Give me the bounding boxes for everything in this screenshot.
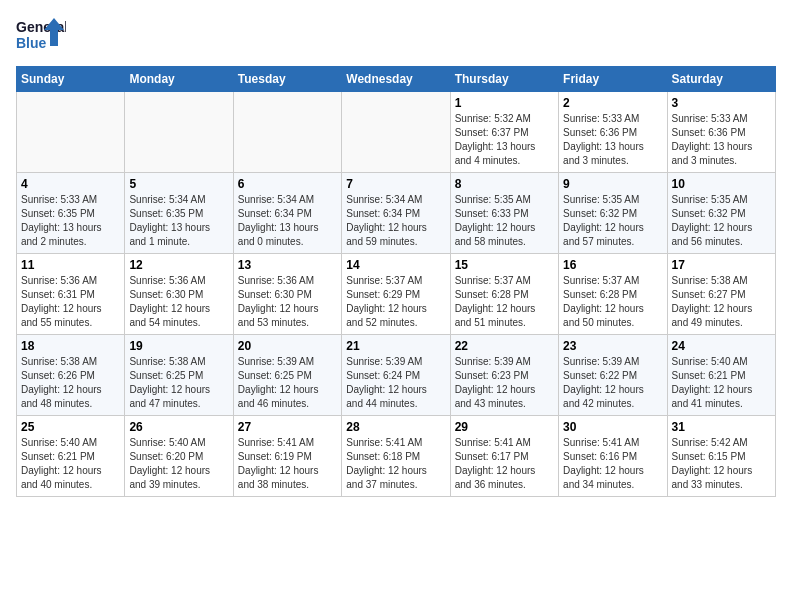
day-number: 30 — [563, 420, 662, 434]
day-number: 7 — [346, 177, 445, 191]
calendar-cell: 13Sunrise: 5:36 AM Sunset: 6:30 PM Dayli… — [233, 254, 341, 335]
day-info: Sunrise: 5:36 AM Sunset: 6:30 PM Dayligh… — [129, 274, 228, 330]
day-number: 3 — [672, 96, 771, 110]
day-number: 31 — [672, 420, 771, 434]
day-info: Sunrise: 5:41 AM Sunset: 6:18 PM Dayligh… — [346, 436, 445, 492]
calendar-cell: 8Sunrise: 5:35 AM Sunset: 6:33 PM Daylig… — [450, 173, 558, 254]
calendar-cell: 4Sunrise: 5:33 AM Sunset: 6:35 PM Daylig… — [17, 173, 125, 254]
day-header-wednesday: Wednesday — [342, 67, 450, 92]
day-info: Sunrise: 5:40 AM Sunset: 6:20 PM Dayligh… — [129, 436, 228, 492]
day-header-thursday: Thursday — [450, 67, 558, 92]
calendar-cell — [17, 92, 125, 173]
day-number: 28 — [346, 420, 445, 434]
calendar-cell: 18Sunrise: 5:38 AM Sunset: 6:26 PM Dayli… — [17, 335, 125, 416]
day-info: Sunrise: 5:35 AM Sunset: 6:32 PM Dayligh… — [672, 193, 771, 249]
calendar-cell: 29Sunrise: 5:41 AM Sunset: 6:17 PM Dayli… — [450, 416, 558, 497]
calendar-cell: 17Sunrise: 5:38 AM Sunset: 6:27 PM Dayli… — [667, 254, 775, 335]
day-number: 17 — [672, 258, 771, 272]
calendar-week-5: 25Sunrise: 5:40 AM Sunset: 6:21 PM Dayli… — [17, 416, 776, 497]
calendar-cell: 28Sunrise: 5:41 AM Sunset: 6:18 PM Dayli… — [342, 416, 450, 497]
day-number: 5 — [129, 177, 228, 191]
calendar-cell: 19Sunrise: 5:38 AM Sunset: 6:25 PM Dayli… — [125, 335, 233, 416]
calendar-cell: 11Sunrise: 5:36 AM Sunset: 6:31 PM Dayli… — [17, 254, 125, 335]
day-number: 19 — [129, 339, 228, 353]
day-number: 12 — [129, 258, 228, 272]
calendar-cell: 10Sunrise: 5:35 AM Sunset: 6:32 PM Dayli… — [667, 173, 775, 254]
day-number: 24 — [672, 339, 771, 353]
calendar-cell: 21Sunrise: 5:39 AM Sunset: 6:24 PM Dayli… — [342, 335, 450, 416]
day-info: Sunrise: 5:38 AM Sunset: 6:27 PM Dayligh… — [672, 274, 771, 330]
day-info: Sunrise: 5:38 AM Sunset: 6:25 PM Dayligh… — [129, 355, 228, 411]
day-info: Sunrise: 5:39 AM Sunset: 6:22 PM Dayligh… — [563, 355, 662, 411]
day-number: 22 — [455, 339, 554, 353]
day-info: Sunrise: 5:34 AM Sunset: 6:34 PM Dayligh… — [238, 193, 337, 249]
day-number: 13 — [238, 258, 337, 272]
calendar-cell — [125, 92, 233, 173]
day-info: Sunrise: 5:34 AM Sunset: 6:35 PM Dayligh… — [129, 193, 228, 249]
day-info: Sunrise: 5:34 AM Sunset: 6:34 PM Dayligh… — [346, 193, 445, 249]
calendar-cell: 5Sunrise: 5:34 AM Sunset: 6:35 PM Daylig… — [125, 173, 233, 254]
logo-svg: General Blue — [16, 16, 66, 58]
day-number: 4 — [21, 177, 120, 191]
calendar-cell: 6Sunrise: 5:34 AM Sunset: 6:34 PM Daylig… — [233, 173, 341, 254]
day-header-monday: Monday — [125, 67, 233, 92]
svg-text:Blue: Blue — [16, 35, 47, 51]
day-number: 11 — [21, 258, 120, 272]
day-header-tuesday: Tuesday — [233, 67, 341, 92]
day-header-saturday: Saturday — [667, 67, 775, 92]
day-info: Sunrise: 5:37 AM Sunset: 6:29 PM Dayligh… — [346, 274, 445, 330]
day-header-friday: Friday — [559, 67, 667, 92]
day-number: 9 — [563, 177, 662, 191]
day-info: Sunrise: 5:33 AM Sunset: 6:35 PM Dayligh… — [21, 193, 120, 249]
calendar-table: SundayMondayTuesdayWednesdayThursdayFrid… — [16, 66, 776, 497]
calendar-cell: 3Sunrise: 5:33 AM Sunset: 6:36 PM Daylig… — [667, 92, 775, 173]
day-number: 14 — [346, 258, 445, 272]
day-number: 2 — [563, 96, 662, 110]
calendar-cell: 7Sunrise: 5:34 AM Sunset: 6:34 PM Daylig… — [342, 173, 450, 254]
page-header: General Blue — [16, 16, 776, 58]
calendar-week-4: 18Sunrise: 5:38 AM Sunset: 6:26 PM Dayli… — [17, 335, 776, 416]
calendar-cell: 16Sunrise: 5:37 AM Sunset: 6:28 PM Dayli… — [559, 254, 667, 335]
calendar-cell: 1Sunrise: 5:32 AM Sunset: 6:37 PM Daylig… — [450, 92, 558, 173]
calendar-cell: 20Sunrise: 5:39 AM Sunset: 6:25 PM Dayli… — [233, 335, 341, 416]
calendar-header-row: SundayMondayTuesdayWednesdayThursdayFrid… — [17, 67, 776, 92]
day-number: 1 — [455, 96, 554, 110]
calendar-cell: 31Sunrise: 5:42 AM Sunset: 6:15 PM Dayli… — [667, 416, 775, 497]
day-info: Sunrise: 5:36 AM Sunset: 6:30 PM Dayligh… — [238, 274, 337, 330]
day-number: 20 — [238, 339, 337, 353]
day-info: Sunrise: 5:39 AM Sunset: 6:23 PM Dayligh… — [455, 355, 554, 411]
calendar-week-2: 4Sunrise: 5:33 AM Sunset: 6:35 PM Daylig… — [17, 173, 776, 254]
calendar-cell: 2Sunrise: 5:33 AM Sunset: 6:36 PM Daylig… — [559, 92, 667, 173]
day-number: 27 — [238, 420, 337, 434]
day-info: Sunrise: 5:42 AM Sunset: 6:15 PM Dayligh… — [672, 436, 771, 492]
day-number: 26 — [129, 420, 228, 434]
day-number: 21 — [346, 339, 445, 353]
day-info: Sunrise: 5:37 AM Sunset: 6:28 PM Dayligh… — [563, 274, 662, 330]
day-number: 29 — [455, 420, 554, 434]
calendar-cell: 25Sunrise: 5:40 AM Sunset: 6:21 PM Dayli… — [17, 416, 125, 497]
day-info: Sunrise: 5:36 AM Sunset: 6:31 PM Dayligh… — [21, 274, 120, 330]
calendar-cell — [342, 92, 450, 173]
day-number: 15 — [455, 258, 554, 272]
day-number: 6 — [238, 177, 337, 191]
day-number: 25 — [21, 420, 120, 434]
day-info: Sunrise: 5:33 AM Sunset: 6:36 PM Dayligh… — [672, 112, 771, 168]
calendar-cell: 14Sunrise: 5:37 AM Sunset: 6:29 PM Dayli… — [342, 254, 450, 335]
day-info: Sunrise: 5:32 AM Sunset: 6:37 PM Dayligh… — [455, 112, 554, 168]
calendar-cell: 23Sunrise: 5:39 AM Sunset: 6:22 PM Dayli… — [559, 335, 667, 416]
calendar-week-3: 11Sunrise: 5:36 AM Sunset: 6:31 PM Dayli… — [17, 254, 776, 335]
day-info: Sunrise: 5:41 AM Sunset: 6:16 PM Dayligh… — [563, 436, 662, 492]
day-header-sunday: Sunday — [17, 67, 125, 92]
day-info: Sunrise: 5:40 AM Sunset: 6:21 PM Dayligh… — [672, 355, 771, 411]
calendar-cell: 12Sunrise: 5:36 AM Sunset: 6:30 PM Dayli… — [125, 254, 233, 335]
day-info: Sunrise: 5:37 AM Sunset: 6:28 PM Dayligh… — [455, 274, 554, 330]
day-info: Sunrise: 5:35 AM Sunset: 6:32 PM Dayligh… — [563, 193, 662, 249]
day-info: Sunrise: 5:41 AM Sunset: 6:19 PM Dayligh… — [238, 436, 337, 492]
day-info: Sunrise: 5:35 AM Sunset: 6:33 PM Dayligh… — [455, 193, 554, 249]
day-info: Sunrise: 5:41 AM Sunset: 6:17 PM Dayligh… — [455, 436, 554, 492]
calendar-cell: 22Sunrise: 5:39 AM Sunset: 6:23 PM Dayli… — [450, 335, 558, 416]
day-info: Sunrise: 5:40 AM Sunset: 6:21 PM Dayligh… — [21, 436, 120, 492]
calendar-cell: 27Sunrise: 5:41 AM Sunset: 6:19 PM Dayli… — [233, 416, 341, 497]
calendar-cell: 26Sunrise: 5:40 AM Sunset: 6:20 PM Dayli… — [125, 416, 233, 497]
calendar-week-1: 1Sunrise: 5:32 AM Sunset: 6:37 PM Daylig… — [17, 92, 776, 173]
